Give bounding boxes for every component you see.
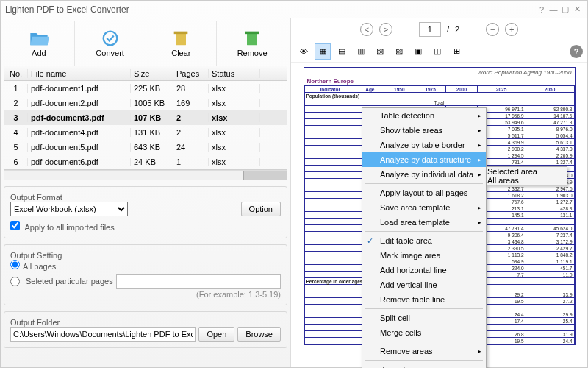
page-input[interactable] — [419, 22, 441, 37]
folder-path-input[interactable] — [10, 327, 196, 342]
col-status[interactable]: Status — [209, 69, 260, 78]
left-pane: Add Convert Clear Remove No. F — [1, 18, 291, 367]
grid-icon[interactable]: ▦ — [315, 43, 331, 60]
minimize-icon[interactable]: — — [548, 5, 559, 14]
convert-label: Convert — [96, 49, 124, 57]
cell-size: 643 KB — [131, 143, 173, 152]
tool-icon-3[interactable]: ▧ — [372, 43, 388, 60]
menu-item[interactable]: Table detection▸ — [362, 108, 486, 123]
output-folder-legend: Output Folder — [10, 318, 60, 327]
svg-rect-2 — [174, 32, 188, 35]
cell-pages: 1 — [173, 158, 209, 166]
convert-button[interactable]: Convert — [75, 21, 146, 66]
tool-icon-7[interactable]: ⊞ — [448, 43, 465, 60]
tool-icon-5[interactable]: ▣ — [410, 43, 426, 60]
particular-pages-input[interactable] — [116, 274, 281, 289]
convert-icon — [100, 29, 121, 47]
menu-item[interactable]: Load area template▸ — [362, 215, 486, 230]
menu-item[interactable]: Remove areas▸ — [362, 344, 486, 358]
menu-item[interactable]: Mark image area — [362, 248, 486, 263]
main-toolbar: Add Convert Clear Remove — [4, 21, 287, 66]
output-setting-panel: Output Setting All pages Seleted particu… — [4, 244, 287, 305]
doc-region: Northern Europe — [304, 77, 575, 85]
table-row[interactable]: 1pdf-document1.pdf225 KB28xlsx — [4, 81, 287, 96]
menu-item[interactable]: Analyze by table border▸ — [362, 138, 486, 152]
col-pages[interactable]: Pages — [173, 69, 209, 78]
all-pages-label: All pages — [23, 262, 56, 271]
cell-pages: 169 — [173, 99, 209, 107]
menu-item[interactable]: Add vertical line — [362, 277, 486, 292]
menu-item[interactable]: Add horizontal line — [362, 263, 486, 277]
maximize-icon[interactable]: ▢ — [559, 4, 571, 14]
preview-help-icon[interactable]: ? — [570, 45, 583, 58]
cell-size: 107 KB — [131, 113, 173, 122]
pages-hint: (For example: 1,3-5,19) — [10, 290, 281, 299]
doc-caption: World Population Ageing 1950-2050 — [304, 68, 575, 77]
menu-item[interactable]: Split cell — [362, 311, 486, 325]
tool-icon-2[interactable]: ▥ — [353, 43, 369, 60]
option-button[interactable]: Option — [241, 202, 281, 216]
cell-no: 1 — [4, 84, 28, 93]
table-row[interactable]: 2pdf-document2.pdf1005 KB169xlsx — [4, 96, 287, 110]
submenu-item[interactable]: All areas — [487, 176, 567, 185]
remove-label: Remove — [237, 49, 268, 57]
page-sep: / — [447, 25, 449, 34]
menu-item[interactable]: Merge cells — [362, 325, 486, 340]
col-no[interactable]: No. — [4, 69, 28, 78]
table-body: 1pdf-document1.pdf225 KB28xlsx2pdf-docum… — [4, 81, 287, 169]
remove-button[interactable]: Remove — [217, 21, 287, 66]
apply-all-label: Apply to all imported files — [24, 223, 114, 232]
add-button[interactable]: Add — [4, 21, 75, 66]
apply-all-checkbox[interactable] — [10, 221, 20, 230]
output-folder-panel: Output Folder Open Browse — [4, 311, 287, 348]
browse-button[interactable]: Browse — [237, 327, 281, 342]
format-select[interactable]: Excel Workbook (.xlsx) — [10, 202, 128, 216]
menu-item[interactable]: ✓Edit table area — [362, 233, 486, 248]
submenu-item[interactable]: Selected area — [487, 167, 567, 176]
svg-rect-4 — [245, 32, 259, 35]
eye-icon[interactable]: 👁 — [295, 43, 312, 60]
cell-name: pdf-document1.pdf — [28, 84, 131, 93]
menu-item[interactable]: Analyze by data structure▸ — [362, 152, 486, 167]
table-row[interactable]: 4pdf-document4.pdf131 KB2xlsx — [4, 125, 287, 140]
context-submenu: Selected areaAll areas — [487, 166, 567, 185]
menu-item[interactable]: Save area template▸ — [362, 200, 486, 215]
particular-pages-radio[interactable] — [10, 277, 20, 286]
cell-status: xlsx — [209, 143, 260, 152]
menu-item[interactable]: Apply layout to all pages — [362, 185, 486, 200]
cell-pages: 28 — [173, 84, 209, 93]
page-nav: < > / 2 − + — [291, 18, 587, 40]
cell-no: 6 — [4, 158, 28, 166]
cell-status: xlsx — [209, 128, 260, 137]
table-row[interactable]: 5pdf-document5.pdf643 KB24xlsx — [4, 140, 287, 155]
page-total: 2 — [455, 25, 459, 34]
close-icon[interactable]: ✕ — [571, 4, 583, 14]
prev-page-button[interactable]: < — [360, 23, 373, 36]
cell-size: 225 KB — [131, 84, 173, 93]
clear-button[interactable]: Clear — [146, 21, 218, 66]
tool-icon-4[interactable]: ▨ — [391, 43, 407, 60]
h-scrollbar[interactable] — [4, 170, 287, 180]
menu-item[interactable]: Zoom In — [362, 362, 486, 368]
table-row[interactable]: 6pdf-document6.pdf24 KB1xlsx — [4, 155, 287, 169]
menu-item[interactable]: Show table areas▸ — [362, 123, 486, 138]
zoom-in-button[interactable]: + — [505, 23, 518, 36]
help-icon[interactable]: ? — [536, 5, 548, 14]
all-pages-radio[interactable] — [10, 260, 20, 269]
open-button[interactable]: Open — [198, 327, 234, 342]
next-page-button[interactable]: > — [379, 23, 392, 36]
file-table: No. File name Size Pages Status 1pdf-doc… — [4, 66, 287, 170]
cell-size: 24 KB — [131, 158, 173, 166]
titlebar: Lighten PDF to Excel Converter ? — ▢ ✕ — [1, 1, 587, 18]
col-size[interactable]: Size — [131, 69, 173, 78]
menu-item[interactable]: Remove table line — [362, 292, 486, 307]
menu-item[interactable]: Analyze by individual data▸ — [362, 167, 486, 182]
tool-icon-1[interactable]: ▤ — [334, 43, 350, 60]
cell-name: pdf-document5.pdf — [28, 143, 131, 152]
tool-icon-6[interactable]: ◫ — [429, 43, 445, 60]
cell-status: xlsx — [209, 99, 260, 107]
cell-status: xlsx — [209, 84, 260, 93]
col-name[interactable]: File name — [28, 69, 131, 78]
zoom-out-button[interactable]: − — [486, 23, 499, 36]
table-row[interactable]: 3pdf-document3.pdf107 KB2xlsx — [4, 110, 287, 125]
